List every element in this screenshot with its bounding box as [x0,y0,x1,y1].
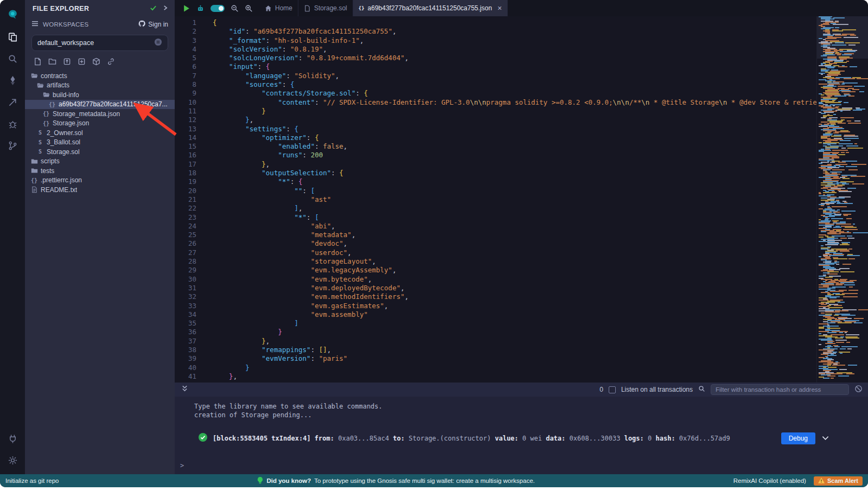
line-number[interactable]: 41 [175,372,196,381]
settings-gear-icon[interactable] [0,449,25,471]
line-number[interactable]: 5 [175,54,196,62]
zoom-in-icon[interactable] [245,4,253,12]
line-number[interactable]: 32 [175,292,196,301]
tree-item-artifacts[interactable]: artifacts [25,81,175,91]
line-number[interactable]: 39 [175,354,196,363]
line-number[interactable]: 34 [175,310,196,319]
filter-input[interactable] [711,384,849,395]
sign-in-button[interactable]: Sign in [138,20,168,29]
line-number[interactable]: 25 [175,231,196,239]
terminal-prompt[interactable]: > [175,461,868,474]
line-number[interactable]: 14 [175,133,196,142]
panel-chevron-icon[interactable] [162,5,168,12]
line-number[interactable]: 40 [175,364,196,372]
debug-button[interactable]: Debug [781,432,815,444]
line-number[interactable]: 15 [175,142,196,151]
line-numbers[interactable]: 1234567891011121314151617181920212223242… [175,16,204,383]
copilot-status[interactable]: RemixAI Copilot (enabled) [733,477,806,484]
deploy-run-icon[interactable] [0,91,25,113]
line-number[interactable]: 1 [175,18,196,27]
run-script-icon[interactable] [182,4,190,12]
tab-home[interactable]: Home [259,0,298,16]
plugin-manager-icon[interactable] [0,428,25,449]
line-number[interactable]: 11 [175,107,196,116]
copilot-toggle[interactable] [210,5,225,12]
line-number[interactable]: 28 [175,257,196,266]
line-number[interactable]: 7 [175,72,196,80]
line-number[interactable]: 23 [175,213,196,222]
terminal-collapse-icon[interactable] [181,385,188,394]
line-number[interactable]: 10 [175,98,196,107]
line-number[interactable]: 18 [175,169,196,177]
line-number[interactable]: 30 [175,275,196,284]
line-number[interactable]: 19 [175,177,196,186]
line-number[interactable]: 38 [175,346,196,354]
line-number[interactable]: 2 [175,27,196,36]
line-number[interactable]: 26 [175,239,196,248]
workspaces-menu-icon[interactable] [31,21,39,28]
workspace-template-icon[interactable] [92,58,100,66]
listen-all-label[interactable]: Listen on all transactions [621,386,693,393]
tree-item-build-info[interactable]: build-info [25,90,175,100]
line-number[interactable]: 33 [175,302,196,310]
line-number[interactable]: 4 [175,45,196,54]
tree-item-storage-sol[interactable]: SStorage.sol [25,147,175,157]
line-number[interactable]: 21 [175,195,196,204]
line-number[interactable]: 13 [175,125,196,133]
line-number[interactable]: 17 [175,160,196,169]
line-number[interactable]: 36 [175,328,196,336]
remix-logo-icon[interactable] [0,2,25,26]
line-number[interactable]: 9 [175,89,196,98]
clone-repo-icon[interactable] [107,58,115,66]
tree-item-storage-metadata-json[interactable]: {}Storage_metadata.json [25,109,175,119]
transaction-row[interactable]: [block:5583405 txIndex:4] from: 0xa03...… [175,432,868,444]
tab-storage-sol[interactable]: Storage.sol [298,0,353,16]
line-number[interactable]: 20 [175,187,196,195]
line-number[interactable]: 22 [175,204,196,213]
zoom-out-icon[interactable] [231,4,239,12]
close-tab-icon[interactable]: × [497,4,502,12]
line-number[interactable]: 6 [175,62,196,71]
debugger-icon[interactable] [0,113,25,135]
scam-alert-badge[interactable]: Scam Alert [814,476,863,486]
search-icon[interactable] [0,48,25,69]
tab-a69b43f277ba20fcac141151250ca755-json[interactable]: {}a69b43f277ba20fcac141151250ca755.json× [353,0,508,16]
new-file-icon[interactable] [34,58,42,66]
listen-all-checkbox[interactable] [609,386,616,393]
workspace-select[interactable]: default_workspace [31,35,168,51]
tree-item-readme-txt[interactable]: README.txt [25,185,175,195]
terminal-search-icon[interactable] [698,385,705,394]
tx-expand-chevron-icon[interactable] [822,434,829,443]
tree-item-scripts[interactable]: scripts [25,157,175,167]
tree-item-prettierrc-json[interactable]: {}.prettierrc.json [25,176,175,186]
git-init-action[interactable]: Initialize as git repo [5,477,59,484]
code-editor[interactable]: 1234567891011121314151617181920212223242… [175,16,868,383]
line-number[interactable]: 27 [175,248,196,257]
terminal[interactable]: Type the library name to see available c… [175,397,868,474]
line-number[interactable]: 31 [175,284,196,292]
line-number[interactable]: 3 [175,36,196,45]
tree-item-2-owner-sol[interactable]: S2_Owner.sol [25,128,175,138]
line-number[interactable]: 35 [175,319,196,328]
line-number[interactable]: 37 [175,337,196,346]
tree-item-a69b43f277ba20fcac141151250ca7[interactable]: {}a69b43f277ba20fcac141151250ca7... [25,100,175,110]
line-number[interactable]: 16 [175,151,196,160]
tree-item-tests[interactable]: tests [25,166,175,176]
file-explorer-icon[interactable] [0,26,25,48]
tree-item-3-ballot-sol[interactable]: S3_Ballot.sol [25,138,175,148]
minimap[interactable] [816,16,868,383]
upload-file-icon[interactable] [63,58,71,66]
new-folder-icon[interactable] [48,58,56,66]
line-number[interactable]: 24 [175,222,196,231]
upload-folder-icon[interactable] [78,58,86,66]
solidity-compiler-icon[interactable] [0,69,25,91]
line-number[interactable]: 12 [175,116,196,124]
ai-assistant-icon[interactable] [196,4,205,12]
workspace-options-icon[interactable] [154,38,162,48]
tree-item-contracts[interactable]: contracts [25,71,175,81]
clear-console-icon[interactable] [854,385,863,394]
line-number[interactable]: 8 [175,80,196,89]
git-icon[interactable] [0,135,25,156]
tree-item-storage-json[interactable]: {}Storage.json [25,119,175,129]
line-number[interactable]: 29 [175,266,196,275]
